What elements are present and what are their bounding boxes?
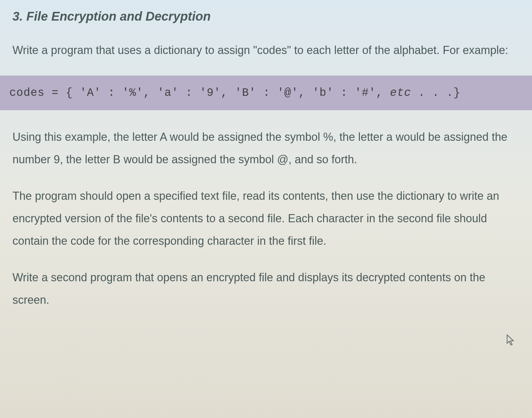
intro-paragraph: Write a program that uses a dictionary t… — [12, 39, 520, 61]
section-heading: 3. File Encryption and Decryption — [12, 9, 520, 23]
instruction-paragraph-1: The program should open a specified text… — [12, 185, 520, 252]
cursor-icon — [506, 334, 515, 346]
explanation-paragraph: Using this example, the letter A would b… — [12, 126, 520, 171]
code-example: codes = { 'A' : '%', 'a' : '9', 'B' : '@… — [0, 76, 532, 110]
code-etc: etc — [390, 86, 411, 99]
code-prefix: codes = { 'A' : '%', 'a' : '9', 'B' : '@… — [9, 86, 390, 99]
code-suffix: . . .} — [411, 86, 460, 99]
instruction-paragraph-2: Write a second program that opens an enc… — [12, 266, 520, 311]
document-container: 3. File Encryption and Decryption Write … — [0, 0, 532, 335]
